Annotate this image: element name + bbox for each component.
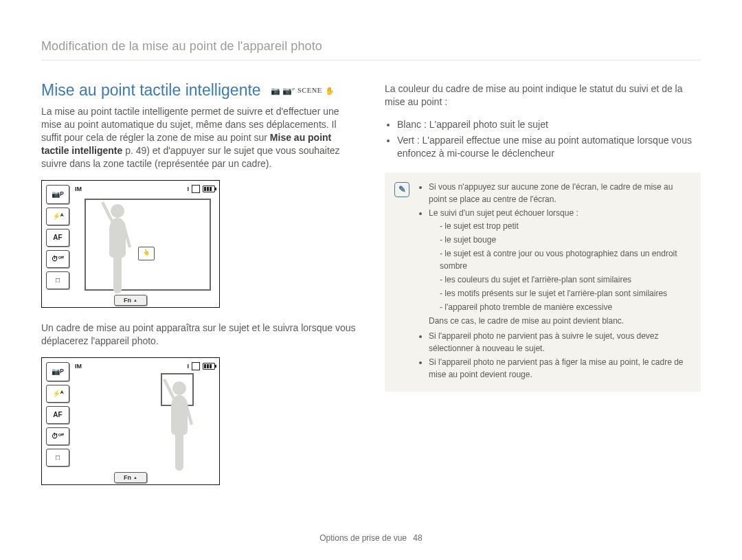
intro-paragraph: La mise au point tactile intelligente pe… [41,105,357,170]
mode-button[interactable]: 📷P [46,185,69,204]
note-content: Si vous n'appuyez sur aucune zone de l'é… [418,181,691,382]
note-subitem: le sujet est à contre jour ou vous photo… [440,247,691,272]
sd-card-icon [192,362,200,370]
mode-button-label: P [60,368,64,375]
left-column: Mise au point tactile intelligente 📷 📷ᴾ … [41,80,357,498]
hand-icon: ✋ [325,86,335,96]
subject-silhouette [159,376,207,472]
svg-point-1 [172,381,186,395]
camera-auto-icon: 📷 [271,86,280,96]
fn-tab-label: Fn [124,473,131,482]
af-button[interactable]: AF [46,406,69,424]
bullet-green: Vert : L'appareil effectue une mise au p… [397,134,701,160]
note-subitem: les motifs présents sur le sujet et l'ar… [440,287,691,300]
battery-icon [203,363,215,370]
shots-remaining: I [187,185,189,193]
note-subitem: le sujet est trop petit [440,220,691,232]
mode-button-label: P [60,190,64,198]
battery-icon [203,186,215,192]
timer-button[interactable]: ⏱ᴼᶠᶠ [46,250,69,268]
camera-topbar: IM I [75,361,215,371]
fn-tab-label: Fn [124,296,131,304]
right-intro: La couleur du cadre de mise au point ind… [385,82,701,109]
camera-screenshot-2: IM I 📷P ⚡ᴬ AF ⏱ᴼᶠᶠ □ [41,357,220,485]
timer-button-label: ᴼᶠᶠ [58,432,64,440]
section-title: Mise au point tactile intelligente [41,81,261,99]
note-box: ✎ Si vous n'appuyez sur aucune zone de l… [385,172,701,392]
note-subitem: le sujet bouge [440,234,691,246]
note-item: Si vous n'appuyez sur aucune zone de l'é… [429,181,691,205]
camera-topbar: IM I [75,184,215,194]
status-bullets: Blanc : L'appareil photo suit le sujet V… [385,118,701,160]
note-item-label: Le suivi d'un sujet peut échouer lorsque… [429,208,578,218]
mid-caption: Un cadre de mise au point apparaîtra sur… [41,322,357,348]
note-item: Si l'appareil photo ne parvient pas à fi… [429,356,691,381]
sd-card-icon [192,185,200,193]
shots-remaining: I [187,362,189,370]
mode-icons: 📷 📷ᴾ SCENE ✋ [271,86,335,96]
note-subitem: l'appareil photo tremble de manière exce… [440,301,691,313]
note-item: Si l'appareil photo ne parvient pas à su… [429,330,691,355]
camera-screenshot-1: IM I 📷P ⚡ᴬ AF ⏱ᴼᶠᶠ □ 👆 [41,180,220,308]
timer-button-label: ᴼᶠᶠ [58,255,64,262]
right-column: La couleur du cadre de mise au point ind… [385,80,701,498]
footer-page-number: 48 [413,533,422,543]
subject-silhouette [97,199,145,295]
note-item: Le suivi d'un sujet peut échouer lorsque… [429,207,691,327]
footer-chapter: Options de prise de vue [319,533,407,543]
fn-tab[interactable]: Fn [114,472,147,483]
page-footer: Options de prise de vue 48 [0,533,742,544]
image-size-label: IM [75,185,82,193]
mode-button[interactable]: 📷P [46,362,69,381]
drive-button[interactable]: □ [46,271,69,289]
drive-button[interactable]: □ [46,449,69,467]
note-icon: ✎ [394,182,409,197]
scene-mode-icon: SCENE [297,86,322,96]
fn-tab[interactable]: Fn [114,295,147,306]
bullet-white: Blanc : L'appareil photo suit le sujet [397,118,701,131]
note-subitem: les couleurs du sujet et l'arrière-plan … [440,273,691,286]
breadcrumb: Modification de la mise au point de l'ap… [41,38,701,60]
flash-button[interactable]: ⚡ᴬ [46,385,69,403]
camera-p-icon: 📷ᴾ [282,86,295,96]
image-size-label: IM [75,362,82,370]
timer-button[interactable]: ⏱ᴼᶠᶠ [46,427,69,445]
note-plain: Dans ce cas, le cadre de mise au point d… [429,315,691,327]
flash-button[interactable]: ⚡ᴬ [46,208,69,225]
camera-toolbar: 📷P ⚡ᴬ AF ⏱ᴼᶠᶠ □ [46,362,69,478]
camera-toolbar: 📷P ⚡ᴬ AF ⏱ᴼᶠᶠ □ [46,185,69,300]
note-sublist: le sujet est trop petit le sujet bouge l… [429,220,691,313]
svg-point-0 [111,204,124,218]
af-button[interactable]: AF [46,229,69,247]
